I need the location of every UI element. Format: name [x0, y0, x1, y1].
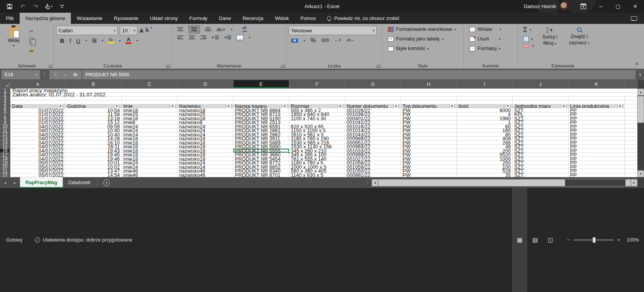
- formula-bar-input[interactable]: PRODUKT NR 5555: [82, 70, 636, 79]
- cell-E6[interactable]: PRODUKT NR 6664: [233, 108, 289, 112]
- cell-I15[interactable]: 48: [457, 145, 513, 149]
- decrease-font-size-icon[interactable]: A▾: [146, 28, 149, 33]
- cell-C20[interactable]: imie24: [122, 165, 178, 169]
- cell-H3[interactable]: [401, 97, 457, 101]
- bold-button[interactable]: B: [60, 37, 64, 44]
- cell-H15[interactable]: PW: [401, 145, 457, 149]
- column-header-partial[interactable]: [625, 80, 637, 89]
- cell-E13[interactable]: PRODUKT NR 3911: [233, 137, 289, 141]
- cell-E11[interactable]: PRODUKT NR 2861: [233, 129, 289, 133]
- user-name[interactable]: Dariusz Haśnik: [524, 4, 556, 9]
- avatar[interactable]: [560, 2, 569, 11]
- cell-J22[interactable]: SZT.: [513, 173, 569, 177]
- cell-G11[interactable]: 001014/22: [345, 129, 401, 133]
- align-right-icon[interactable]: [200, 35, 206, 40]
- cell-C19[interactable]: imie24: [122, 161, 178, 165]
- cell-J18[interactable]: SZT.: [513, 157, 569, 161]
- cell-F21[interactable]: 560 x 360 x 405: [289, 169, 345, 173]
- cell-F3[interactable]: [289, 97, 345, 101]
- filter-button-I[interactable]: ▼: [505, 104, 511, 109]
- cell-partial-20[interactable]: [625, 165, 637, 169]
- cell-F7[interactable]: 1850 x 640 x 640: [289, 112, 345, 117]
- cell-J14[interactable]: SZT.: [513, 141, 569, 145]
- cell-K4[interactable]: [569, 101, 625, 104]
- cell-B18[interactable]: 19:46: [65, 157, 122, 161]
- cell-E10[interactable]: PRODUKT NR 6591: [233, 124, 289, 129]
- cell-A18[interactable]: 04/07/2022: [10, 157, 65, 161]
- cell-G9[interactable]: 001041/22: [345, 121, 401, 125]
- ribbon-display-options-icon[interactable]: [575, 0, 592, 13]
- cell-F20[interactable]: 1000 x 1000 x 5: [289, 165, 345, 169]
- cell-partial-16[interactable]: [625, 149, 637, 153]
- cell-I9[interactable]: 1: [457, 121, 513, 125]
- new-sheet-icon[interactable]: +: [103, 180, 110, 186]
- cell-H18[interactable]: PW: [401, 157, 457, 161]
- cell-D21[interactable]: nazwisko46: [178, 169, 233, 173]
- cell-A7[interactable]: 01/07/2022: [10, 112, 65, 117]
- cell-C3[interactable]: [122, 97, 178, 101]
- cell-J20[interactable]: SZT.: [513, 165, 569, 169]
- cell-partial-5[interactable]: [625, 104, 637, 109]
- cell-C13[interactable]: imie18: [122, 137, 178, 141]
- column-header-B[interactable]: B: [65, 80, 122, 89]
- cell-partial-9[interactable]: [625, 121, 637, 125]
- cell-J4[interactable]: [513, 101, 569, 104]
- align-left-icon[interactable]: [177, 35, 183, 40]
- decrease-indent-icon[interactable]: [212, 35, 219, 40]
- tab-file[interactable]: Plik: [0, 13, 20, 24]
- cell-B19[interactable]: 10:01: [65, 161, 122, 165]
- horizontal-scrollbar[interactable]: ◄ ►: [372, 179, 637, 186]
- cell-B21[interactable]: 13:47: [65, 169, 122, 173]
- tab-review[interactable]: Recenzja: [237, 13, 269, 24]
- cell-H7[interactable]: PW: [401, 112, 457, 117]
- cell-I19[interactable]: 250: [457, 161, 513, 165]
- filter-button-K[interactable]: ▼: [617, 104, 623, 109]
- cell-F18[interactable]: 761 x 555 x 140: [289, 157, 345, 161]
- cell-A6[interactable]: 01/07/2022: [10, 108, 65, 112]
- cell-D10[interactable]: nazwisko24: [178, 124, 233, 129]
- cell-H16[interactable]: PW: [401, 149, 457, 153]
- cell-J10[interactable]: SZT.: [513, 124, 569, 129]
- cell-G18[interactable]: 001027/22: [345, 157, 401, 161]
- cell-H14[interactable]: PW: [401, 141, 457, 145]
- underline-button[interactable]: U: [76, 37, 80, 44]
- cell-K18[interactable]: PP: [569, 157, 625, 161]
- column-header-J[interactable]: J: [513, 80, 569, 89]
- cell-J19[interactable]: SZT.: [513, 161, 569, 165]
- cell-K14[interactable]: PP: [569, 141, 625, 145]
- align-top-icon[interactable]: [177, 27, 183, 32]
- cell-E12[interactable]: PRODUKT NR 2862: [233, 133, 289, 137]
- cell-J11[interactable]: SZT.: [513, 129, 569, 133]
- column-header-H[interactable]: H: [401, 80, 457, 89]
- cell-B15[interactable]: 16:11: [65, 145, 122, 149]
- orientation-icon[interactable]: ab↗: [216, 27, 225, 32]
- find-select-button[interactable]: Znajdź izaznacz ▾: [566, 26, 592, 48]
- increase-decimal-icon[interactable]: ←,0: [334, 39, 341, 42]
- fill-handle[interactable]: [288, 151, 290, 154]
- cell-J9[interactable]: SZT.: [513, 121, 569, 125]
- cell-partial-15[interactable]: [625, 145, 637, 149]
- cell-partial-22[interactable]: [625, 173, 637, 177]
- cell-I4[interactable]: [457, 101, 513, 104]
- cell-I12[interactable]: 80: [457, 133, 513, 137]
- tab-scroll-splitter[interactable]: ⋮: [363, 180, 372, 185]
- cell-C21[interactable]: imie46: [122, 169, 178, 173]
- cell-G16[interactable]: 001033/22: [345, 149, 401, 153]
- insert-button[interactable]: Wstaw▾: [468, 26, 516, 33]
- minimize-button[interactable]: ─: [592, 0, 609, 13]
- cell-D22[interactable]: nazwisko46: [178, 173, 233, 177]
- cell-A19[interactable]: 05/07/2022: [10, 161, 65, 165]
- decrease-decimal-icon[interactable]: ,00→: [346, 39, 355, 42]
- tab-data[interactable]: Dane: [213, 13, 237, 24]
- align-middle-icon[interactable]: [189, 26, 200, 33]
- wrap-text-icon[interactable]: abc↵: [242, 26, 247, 33]
- page-layout-view-icon[interactable]: ▤: [527, 188, 543, 292]
- cell-D3[interactable]: [178, 97, 233, 101]
- cell-G7[interactable]: 001036/22: [345, 112, 401, 117]
- cell-A4[interactable]: [10, 101, 65, 104]
- cell-H21[interactable]: PW: [401, 169, 457, 173]
- cell-J12[interactable]: SZT.: [513, 133, 569, 137]
- cell-B5[interactable]: Godzina▼: [65, 104, 122, 109]
- cell-I22[interactable]: 35: [457, 173, 513, 177]
- undo-icon[interactable]: ↶: [17, 2, 29, 12]
